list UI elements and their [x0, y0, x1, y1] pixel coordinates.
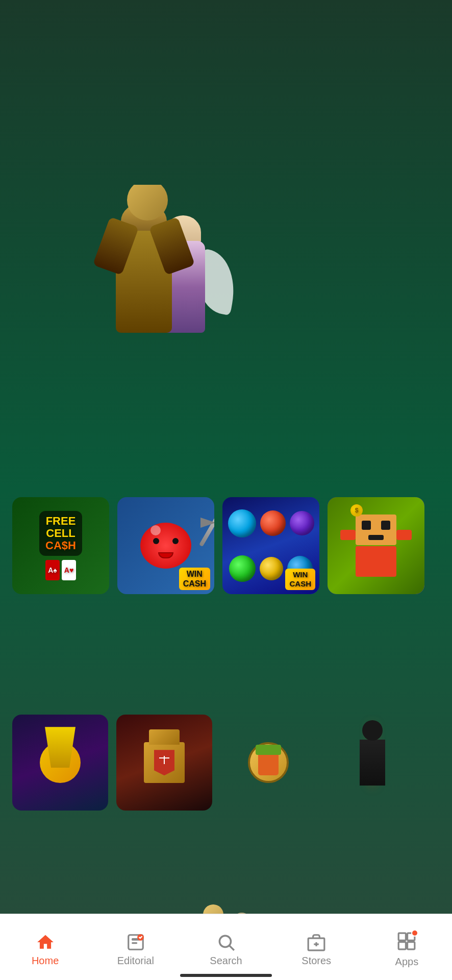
- svg-rect-18: [408, 942, 415, 949]
- nav-stores-label: Stores: [302, 955, 331, 967]
- nav-search-label: Search: [210, 955, 242, 967]
- apps-notification-badge: [411, 929, 418, 937]
- nav-apps[interactable]: Apps: [362, 926, 452, 968]
- crazy-image: WINCASH: [117, 497, 214, 594]
- apps-icon-wrapper: [397, 932, 416, 953]
- svg-rect-17: [399, 942, 406, 949]
- editors-card-sm-image: [316, 185, 398, 328]
- zuma-image: WINCASH: [222, 497, 319, 594]
- nav-home[interactable]: Home: [0, 927, 90, 967]
- svg-point-10: [219, 936, 231, 947]
- nav-apps-label: Apps: [395, 956, 419, 968]
- svg-line-11: [230, 946, 234, 950]
- highlighted-card-1[interactable]: [12, 715, 108, 811]
- svg-rect-15: [399, 933, 406, 940]
- savepet-image: $: [328, 497, 424, 594]
- search-icon: [216, 933, 236, 952]
- home-indicator: [180, 974, 272, 977]
- nav-search[interactable]: Search: [181, 927, 271, 967]
- bottom-nav: Home Editorial Search Stores: [0, 914, 452, 980]
- highlighted-card-2[interactable]: [116, 715, 212, 811]
- editors-carousel: Unique Fantasy RPG Blade of Chaos: Immor…: [12, 185, 440, 408]
- stores-icon: [307, 933, 326, 952]
- nav-home-label: Home: [32, 955, 59, 967]
- nav-editorial[interactable]: Editorial: [90, 927, 181, 967]
- nav-stores[interactable]: Stores: [271, 927, 362, 967]
- nav-editorial-label: Editorial: [117, 955, 154, 967]
- svg-rect-8: [132, 942, 137, 944]
- editorial-icon: [126, 933, 145, 952]
- editors-choice-section: Editors' Choice MORE: [0, 142, 452, 416]
- editors-card-secondary[interactable]: Kin: [316, 185, 398, 408]
- home-icon: [36, 933, 55, 952]
- freecell-image: FREE CELL CA$H A♠ A♥: [12, 497, 109, 594]
